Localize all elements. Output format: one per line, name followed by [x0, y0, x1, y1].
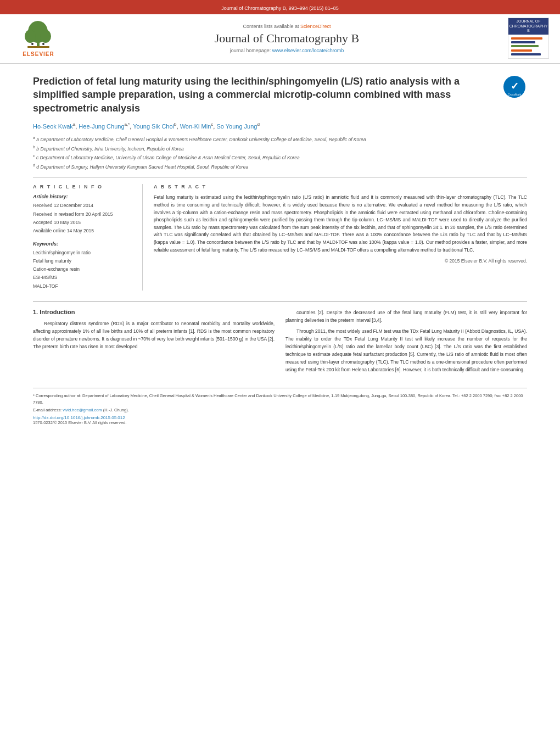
available-date: Available online 14 May 2015 [33, 227, 134, 235]
keyword-3: Cation-exchange resin [33, 265, 134, 274]
abstract-col: A B S T R A C T Fetal lung maturity is e… [154, 184, 527, 291]
author-min: Won-Ki Min [180, 123, 211, 130]
svg-text:✓: ✓ [511, 81, 519, 92]
article-history-heading: Article history: [33, 194, 134, 199]
received-date: Received 12 December 2014 [33, 202, 134, 210]
article-title-section: Prediction of fetal lung maturity using … [33, 75, 527, 115]
intro-body-right: countries [2]. Despite the decreased use… [285, 309, 527, 373]
author-chung: Hee-Jung Chung [79, 123, 124, 130]
svg-point-6 [42, 43, 44, 45]
sciencedirect-link[interactable]: ScienceDirect [300, 24, 331, 29]
cover-line-1 [511, 37, 542, 40]
svg-point-2 [25, 30, 36, 43]
intro-body-left: Respiratory distress syndrome (RDS) is a… [33, 320, 275, 350]
citation-text: Journal of Chromatography B, 993–994 (20… [221, 5, 339, 11]
article-info-col: A R T I C L E I N F O Article history: R… [33, 184, 143, 291]
revised-date: Received in revised form 20 April 2015 [33, 210, 134, 219]
sciencedirect-line: Contents lists available at ScienceDirec… [77, 24, 497, 29]
main-content: Prediction of fetal lung maturity using … [0, 64, 560, 436]
svg-text:CrossMark: CrossMark [508, 93, 522, 96]
affil-a: a a Department of Laboratory Medicine, C… [33, 135, 527, 143]
elsevier-logo: ELSEVIER [11, 20, 66, 57]
intro-heading: 1. Introduction [33, 309, 275, 315]
author-kwak: Ho-Seok Kwak [33, 123, 73, 130]
keywords-heading: Keywords: [33, 241, 134, 247]
email-author: (H.-J. Chung). [103, 408, 129, 412]
journal-cover-image: JOURNAL OFCHROMATOGRAPHY B [508, 18, 549, 59]
svg-point-5 [31, 43, 33, 45]
email-label: E-mail address: [33, 408, 63, 412]
cover-top: JOURNAL OFCHROMATOGRAPHY B [508, 18, 548, 35]
copyright-line: © 2015 Elsevier B.V. All rights reserved… [154, 258, 527, 264]
affil-c: c c Department of Laboratory Medicine, U… [33, 153, 527, 161]
issn-line: 1570-0232/© 2015 Elsevier B.V. All right… [33, 420, 527, 425]
abstract-text: Fetal lung maturity is estimated using t… [154, 194, 527, 254]
doi-line[interactable]: http://dx.doi.org/10.1016/j.jchromb.2015… [33, 415, 527, 420]
affil-b: b b Department of Chemistry, Inha Univer… [33, 144, 527, 153]
journal-homepage: journal homepage: www.elsevier.com/locat… [77, 48, 497, 53]
homepage-prefix: journal homepage: [230, 48, 272, 53]
article-history-dates: Received 12 December 2014 Received in re… [33, 202, 134, 235]
homepage-url[interactable]: www.elsevier.com/locate/chromb [272, 48, 344, 53]
email-note: E-mail address: vivid.hee@gmail.com (H.-… [33, 407, 527, 414]
elsevier-tree-icon [19, 20, 58, 50]
cover-line-2 [511, 41, 535, 43]
introduction-section: 1. Introduction Respiratory distress syn… [33, 309, 527, 377]
abstract-heading: A B S T R A C T [154, 184, 527, 189]
svg-point-3 [40, 30, 51, 43]
intro-para-2: countries [2]. Despite the decreased use… [285, 309, 527, 324]
journal-header: ELSEVIER Contents lists available at Sci… [0, 14, 560, 64]
affil-d: d d Department of Surgery, Hallym Univer… [33, 163, 527, 171]
keyword-1: Lecithin/sphingomyelin ratio [33, 249, 134, 257]
crossmark-icon: ✓ CrossMark [502, 75, 527, 99]
email-link[interactable]: vivid.hee@gmail.com [63, 408, 102, 412]
cover-lines [508, 35, 548, 58]
intro-para-1: Respiratory distress syndrome (RDS) is a… [33, 320, 275, 350]
cover-line-4 [511, 49, 532, 52]
intro-para-3: Through 2011, the most widely used FLM t… [285, 327, 527, 373]
article-title: Prediction of fetal lung maturity using … [33, 75, 491, 115]
authors-line: Ho-Seok Kwaka, Hee-Jung Chunga,*, Young … [33, 121, 527, 131]
cover-line-3 [511, 45, 539, 47]
elsevier-label: ELSEVIER [23, 51, 54, 57]
cover-line-5 [511, 53, 541, 55]
divider-2 [33, 302, 527, 302]
divider-1 [33, 177, 527, 177]
author-jung: So Young Jung [216, 123, 257, 130]
citation-bar: Journal of Chromatography B, 993–994 (20… [0, 2, 560, 14]
article-info-heading: A R T I C L E I N F O [33, 184, 134, 189]
svg-rect-4 [27, 46, 49, 48]
corresponding-author-note: * Corresponding author at: Department of… [33, 393, 527, 405]
article-info-abstract: A R T I C L E I N F O Article history: R… [33, 184, 527, 291]
page-wrapper: Journal of Chromatography B, 993–994 (20… [0, 0, 560, 742]
accepted-date: Accepted 10 May 2015 [33, 219, 134, 227]
intro-left: 1. Introduction Respiratory distress syn… [33, 309, 275, 377]
keyword-2: Fetal lung maturity [33, 257, 134, 265]
keywords-list: Lecithin/sphingomyelin ratio Fetal lung … [33, 249, 134, 291]
author-choi: Young Sik Choi [133, 123, 174, 130]
affiliations: a a Department of Laboratory Medicine, C… [33, 135, 527, 170]
intro-right: countries [2]. Despite the decreased use… [285, 309, 527, 377]
footnotes-area: * Corresponding author at: Department of… [33, 388, 527, 425]
sciencedirect-prefix: Contents lists available at [243, 24, 300, 29]
journal-title: Journal of Chromatography B [77, 31, 497, 46]
keyword-5: MALDI-TOF [33, 282, 134, 291]
journal-center: Contents lists available at ScienceDirec… [66, 24, 508, 53]
keyword-4: ESI-MS/MS [33, 274, 134, 282]
